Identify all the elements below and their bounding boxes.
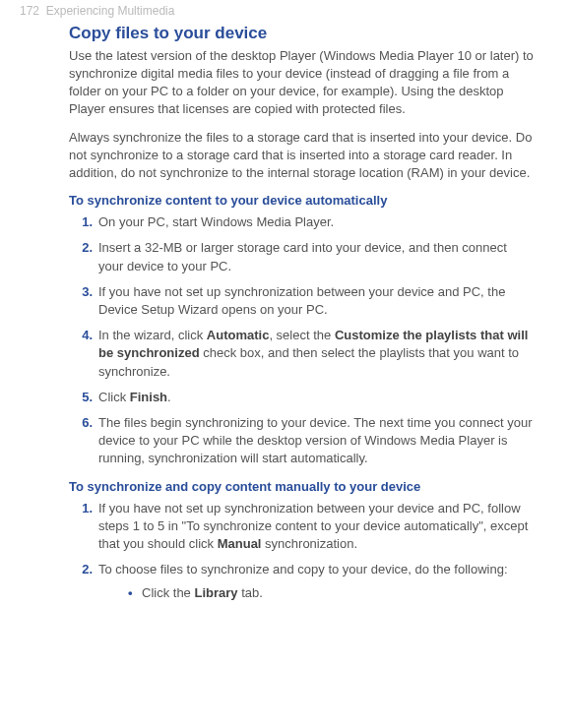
item-text: If you have not set up synchronization b… [98, 283, 534, 319]
item-text: In the wizard, click Automatic, select t… [98, 327, 534, 381]
item-number: 4. [69, 327, 98, 381]
auto-heading: To synchronize content to your device au… [69, 192, 534, 210]
list-item: 5. Click Finish. [69, 389, 534, 406]
item-number: 3. [69, 283, 98, 319]
sub-text: Click the Library tab. [142, 584, 263, 602]
item-number: 5. [69, 389, 98, 406]
item-text: The files begin synchronizing to your de… [98, 414, 534, 468]
item-text: If you have not set up synchronization b… [98, 500, 534, 554]
item-text: Insert a 32-MB or larger storage card in… [98, 239, 534, 274]
section-title: Copy files to your device [69, 22, 534, 45]
page-header: 172 Experiencing Multimedia [0, 3, 174, 20]
manual-list: 1. If you have not set up synchronizatio… [69, 500, 534, 603]
intro-para-1: Use the latest version of the desktop Pl… [69, 47, 534, 119]
item-number: 1. [69, 213, 98, 231]
sub-bullet: • Click the Library tab. [128, 584, 534, 602]
item-number: 2. [69, 239, 98, 274]
list-item: 6. The files begin synchronizing to your… [69, 414, 534, 468]
item-text: To choose files to synchronize and copy … [98, 561, 534, 602]
intro-para-2: Always synchronize the files to a storag… [69, 129, 534, 183]
item-text: On your PC, start Windows Media Player. [98, 213, 534, 231]
auto-list: 1. On your PC, start Windows Media Playe… [69, 213, 534, 467]
list-item: 1. If you have not set up synchronizatio… [69, 500, 534, 554]
page-number: 172 [20, 4, 39, 18]
list-item: 2. To choose files to synchronize and co… [69, 561, 534, 602]
item-number: 1. [69, 500, 98, 554]
manual-heading: To synchronize and copy content manually… [69, 478, 534, 496]
item-number: 6. [69, 414, 98, 468]
list-item: 1. On your PC, start Windows Media Playe… [69, 213, 534, 231]
item-text: Click Finish. [98, 389, 534, 406]
bullet-icon: • [128, 584, 142, 602]
page-content: Copy files to your device Use the latest… [0, 22, 571, 603]
item-number: 2. [69, 561, 98, 602]
chapter-title: Experiencing Multimedia [46, 4, 175, 18]
list-item: 4. In the wizard, click Automatic, selec… [69, 327, 534, 381]
list-item: 3. If you have not set up synchronizatio… [69, 283, 534, 319]
list-item: 2. Insert a 32-MB or larger storage card… [69, 239, 534, 274]
